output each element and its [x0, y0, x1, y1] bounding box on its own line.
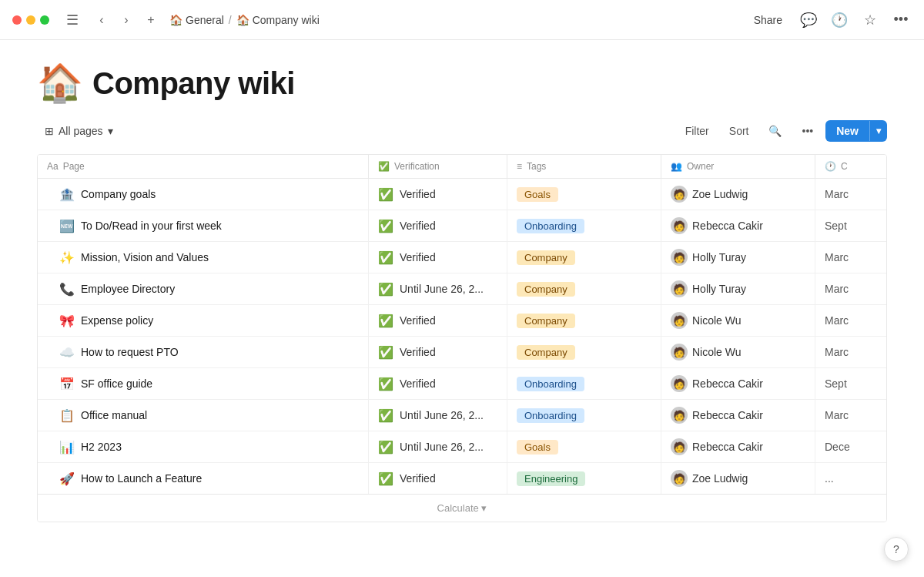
maximize-button[interactable] — [40, 15, 49, 25]
help-button[interactable]: ? — [884, 537, 909, 562]
more-button[interactable]: ••• — [794, 121, 821, 141]
owner-avatar: 🧑 — [671, 344, 688, 361]
td-verification: ✅ Verified — [369, 210, 507, 241]
search-button[interactable]: 🔍 — [761, 121, 789, 141]
td-page: 📞 Employee Directory — [38, 273, 369, 304]
close-button[interactable] — [12, 15, 22, 25]
owner-avatar: 🧑 — [671, 470, 688, 487]
tag-badge[interactable]: Goals — [517, 440, 558, 455]
tag-badge[interactable]: Company — [517, 314, 575, 328]
main-content: 🏠 Company wiki ⊞ All pages ▾ Filter Sort… — [0, 40, 924, 577]
titlebar-left: ☰ ‹ › + 🏠 General / 🏠 Company wiki — [12, 9, 748, 31]
td-date: Dece — [815, 431, 887, 462]
td-tags: Company — [507, 305, 661, 336]
table-row[interactable]: 🎀 Expense policy ✅ Verified Company 🧑 Ni… — [38, 305, 886, 337]
calculate-footer[interactable]: Calculate ▾ — [38, 494, 886, 522]
table-row[interactable]: 📞 Employee Directory ✅ Until June 26, 2.… — [38, 273, 886, 305]
verify-check-icon: ✅ — [378, 377, 393, 391]
new-button-chevron[interactable]: ▾ — [869, 121, 887, 141]
breadcrumb-general-label[interactable]: General — [186, 14, 224, 26]
add-button[interactable]: + — [140, 9, 162, 31]
td-date: Marc — [815, 242, 887, 273]
owner-avatar: 🧑 — [671, 312, 688, 329]
owner-name: Nicole Wu — [692, 346, 742, 358]
page-title: Company wiki — [92, 66, 295, 101]
owner-avatar: 🧑 — [671, 217, 688, 234]
back-button[interactable]: ‹ — [91, 9, 112, 31]
tag-badge[interactable]: Goals — [517, 187, 558, 202]
td-tags: Company — [507, 273, 661, 304]
date-text: Marc — [825, 314, 849, 327]
td-date: Marc — [815, 400, 887, 431]
th-date: 🕐 C — [815, 155, 887, 178]
td-tags: Onboarding — [507, 400, 661, 431]
history-icon[interactable]: 🕐 — [829, 9, 850, 31]
th-owner-label: Owner — [687, 161, 714, 172]
th-page-label: Page — [63, 161, 85, 172]
td-owner: 🧑 Zoe Ludwig — [661, 179, 815, 210]
td-page: 📋 Office manual — [38, 400, 369, 431]
owner-name: Holly Turay — [692, 283, 746, 295]
table-row[interactable]: ✨ Mission, Vision and Values ✅ Verified … — [38, 242, 886, 273]
verify-check-icon: ✅ — [378, 187, 393, 202]
table-row[interactable]: 🏦 Company goals ✅ Verified Goals 🧑 Zoe L… — [38, 179, 886, 210]
td-owner: 🧑 Rebecca Cakir — [661, 210, 815, 241]
menu-button[interactable]: ☰ — [62, 9, 83, 31]
owner-name: Holly Turay — [692, 251, 746, 263]
more-options-icon[interactable]: ••• — [890, 9, 912, 31]
verify-check-icon: ✅ — [378, 471, 393, 486]
share-button[interactable]: Share — [748, 11, 788, 29]
tag-badge[interactable]: Company — [517, 282, 575, 297]
table-row[interactable]: 📊 H2 2023 ✅ Until June 26, 2... Goals 🧑 … — [38, 431, 886, 463]
breadcrumb-page-label[interactable]: Company wiki — [253, 14, 320, 26]
comment-icon[interactable]: 💬 — [798, 9, 819, 31]
page-title-emoji: 🏠 — [37, 65, 83, 102]
minimize-button[interactable] — [26, 15, 35, 25]
favorite-icon[interactable]: ☆ — [859, 9, 881, 31]
filter-button[interactable]: Filter — [678, 121, 717, 141]
forward-button[interactable]: › — [116, 9, 137, 31]
page-icon: ☁️ — [59, 345, 75, 360]
td-tags: Goals — [507, 179, 661, 210]
new-button-label: New — [825, 120, 869, 142]
calculate-label: Calculate — [437, 502, 479, 514]
titlebar: ☰ ‹ › + 🏠 General / 🏠 Company wiki Share… — [0, 0, 924, 40]
table-row[interactable]: 📅 SF office guide ✅ Verified Onboarding … — [38, 368, 886, 400]
page-name: How to Launch a Feature — [81, 472, 202, 485]
td-owner: 🧑 Zoe Ludwig — [661, 463, 815, 494]
td-verification: ✅ Until June 26, 2... — [369, 273, 507, 304]
verify-check-icon: ✅ — [378, 219, 393, 233]
tag-badge[interactable]: Company — [517, 250, 575, 265]
table-row[interactable]: ☁️ How to request PTO ✅ Verified Company… — [38, 337, 886, 368]
tag-badge[interactable]: Onboarding — [517, 408, 584, 423]
all-pages-button[interactable]: ⊞ All pages ▾ — [37, 121, 121, 141]
breadcrumb-separator: / — [229, 14, 232, 26]
new-button[interactable]: New ▾ — [825, 120, 887, 142]
tag-badge[interactable]: Company — [517, 345, 575, 360]
td-date: Sept — [815, 210, 887, 241]
td-page: ☁️ How to request PTO — [38, 337, 369, 367]
tag-badge[interactable]: Engineering — [517, 471, 585, 486]
toolbar: ⊞ All pages ▾ Filter Sort 🔍 ••• New ▾ — [37, 120, 887, 142]
verify-check-icon: ✅ — [378, 282, 393, 297]
table-row[interactable]: 🚀 How to Launch a Feature ✅ Verified Eng… — [38, 463, 886, 494]
page-icon: 📋 — [59, 408, 75, 423]
date-text: Sept — [825, 377, 847, 390]
page-icon: 🆕 — [59, 219, 75, 233]
table-row[interactable]: 🆕 To Do/Read in your first week ✅ Verifi… — [38, 210, 886, 242]
tag-badge[interactable]: Onboarding — [517, 219, 584, 233]
table-row[interactable]: 📋 Office manual ✅ Until June 26, 2... On… — [38, 400, 886, 431]
verify-text: Until June 26, 2... — [400, 283, 484, 295]
owner-name: Rebecca Cakir — [692, 220, 763, 232]
sort-button[interactable]: Sort — [721, 121, 757, 141]
td-date: Marc — [815, 179, 887, 210]
verify-text: Verified — [400, 346, 436, 358]
th-page: Aa Page — [38, 155, 369, 178]
tag-badge[interactable]: Onboarding — [517, 377, 584, 391]
th-date-label: C — [841, 161, 848, 172]
page-icon: 🚀 — [59, 471, 75, 486]
verify-text: Verified — [400, 377, 436, 390]
page-name: Employee Directory — [81, 283, 175, 295]
td-owner: 🧑 Rebecca Cakir — [661, 368, 815, 399]
td-tags: Company — [507, 242, 661, 273]
